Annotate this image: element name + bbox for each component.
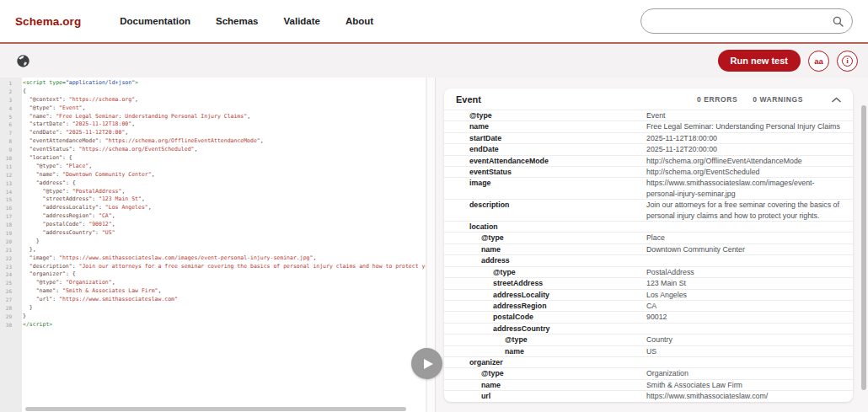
fetch-url-globe-icon[interactable] (13, 51, 32, 70)
property-value: Smith & Associates Law Firm (646, 380, 853, 390)
code-editor[interactable]: 1<script type="application/ld+json">2{3 … (0, 78, 426, 412)
property-name: @type (444, 368, 646, 378)
property-value (646, 357, 853, 367)
table-row[interactable]: nameDowntown Community Center (444, 243, 853, 254)
table-row[interactable]: eventStatushttp://schema.org/EventSchedu… (444, 166, 853, 177)
property-name: name (444, 121, 646, 131)
code-text: } (17, 304, 33, 313)
code-line: 23 "description": "Join our attorneys fo… (0, 263, 426, 271)
code-line: 25 "@type": "Organization", (0, 279, 426, 287)
table-row[interactable]: addressLocalityLos Angeles (444, 289, 853, 300)
vertical-scrollbar[interactable] (861, 105, 866, 390)
search-input[interactable] (653, 16, 833, 26)
nav-validate[interactable]: Validate (284, 16, 320, 26)
table-row[interactable]: @typePlace (444, 232, 853, 243)
code-text: "endDate": "2025-11-12T20:00", (17, 129, 128, 137)
table-row[interactable]: startDate2025-11-12T18:00:00 (444, 132, 853, 143)
table-row[interactable]: addressRegionCA (444, 300, 853, 311)
collapse-chevron-icon[interactable] (832, 97, 841, 103)
run-new-test-button[interactable]: Run new test (718, 50, 801, 72)
table-row[interactable]: postalCode90012 (444, 311, 853, 322)
code-text: }, (17, 246, 36, 254)
horizontal-scrollbar[interactable] (25, 407, 406, 411)
result-card-header[interactable]: Event 0 ERRORS 0 WARNINGS (444, 88, 853, 110)
table-row[interactable]: @typeEvent (444, 110, 853, 120)
property-value: Place (646, 233, 853, 243)
info-button[interactable]: i (837, 51, 858, 72)
table-row[interactable]: imagehttps://www.smithassociateslaw.com/… (444, 177, 853, 199)
code-line: 28 } (0, 304, 426, 313)
nav-documentation[interactable]: Documentation (120, 16, 190, 26)
translate-icon: aa (814, 56, 823, 66)
line-number: 16 (0, 204, 17, 212)
property-name: @type (444, 334, 646, 345)
table-row[interactable]: @typeCountry (444, 334, 853, 345)
property-name: location (444, 222, 646, 232)
code-line: 2{ (0, 88, 426, 96)
property-name: @type (444, 233, 646, 243)
property-name: @type (444, 267, 646, 277)
schema-org-logo[interactable]: Schema.org (15, 15, 81, 28)
property-value: 123 Main St (646, 278, 853, 288)
table-row[interactable]: eventAttendanceModehttp://schema.org/Off… (444, 155, 853, 166)
translate-button[interactable]: aa (808, 51, 829, 72)
play-icon (424, 359, 433, 369)
line-number: 3 (0, 96, 17, 104)
line-number: 14 (0, 188, 17, 196)
table-row[interactable]: organizer (444, 356, 853, 367)
line-number: 26 (0, 287, 17, 296)
code-line: 24 "organizer": { (0, 270, 426, 279)
table-row[interactable]: streetAddress123 Main St (444, 277, 853, 288)
line-number: 23 (0, 263, 17, 271)
code-text: <script type="application/ld+json"> (17, 79, 138, 88)
property-name: url (444, 391, 646, 401)
table-row[interactable]: descriptionJoin our attorneys for a free… (444, 199, 853, 221)
code-line: 9 "eventStatus": "https://schema.org/Eve… (0, 146, 426, 154)
code-text: "streetAddress": "123 Main St", (17, 195, 145, 204)
search-box[interactable] (640, 8, 853, 34)
property-name: endDate (444, 144, 646, 154)
code-text: "@context": "https://schema.org", (17, 96, 138, 104)
table-row[interactable]: endDate2025-11-12T20:00:00 (444, 143, 853, 154)
code-line: 27 "url": "https://www.smithassociatesla… (0, 296, 426, 304)
code-text: "@type": "PostalAddress", (17, 188, 125, 196)
table-row[interactable]: addressCountry (444, 323, 853, 334)
code-line: 16 "addressLocality": "Los Angeles", (0, 204, 426, 212)
table-row[interactable]: urlhttps://www.smithassociateslaw.com/ (444, 390, 853, 401)
code-line: 8 "eventAttendanceMode": "https://schema… (0, 137, 426, 146)
property-name: eventAttendanceMode (444, 156, 646, 166)
table-row[interactable]: address (444, 254, 853, 265)
table-row[interactable]: nameFree Legal Seminar: Understanding Pe… (444, 120, 853, 131)
line-number: 7 (0, 129, 17, 137)
table-row[interactable]: @typeOrganization (444, 367, 853, 378)
code-line: 15 "streetAddress": "123 Main St", (0, 195, 426, 204)
counts: 0 ERRORS 0 WARNINGS (697, 95, 841, 104)
property-value: Los Angeles (646, 290, 853, 300)
property-table: @typeEventnameFree Legal Seminar: Unders… (444, 110, 853, 402)
line-number: 19 (0, 229, 17, 238)
table-row[interactable]: nameUS (444, 345, 853, 356)
nav-schemas[interactable]: Schemas (216, 16, 259, 26)
line-number: 4 (0, 104, 17, 113)
code-line: 21 }, (0, 246, 426, 254)
code-line: 12 "name": "Downtown Community Center", (0, 171, 426, 179)
property-value: CA (646, 301, 853, 311)
property-name: streetAddress (444, 278, 646, 288)
table-row[interactable]: @typePostalAddress (444, 266, 853, 277)
property-value: http://schema.org/EventScheduled (646, 167, 853, 177)
code-text: "url": "https://www.smithassociateslaw.c… (17, 296, 178, 304)
main-split: 1<script type="application/ld+json">2{3 … (0, 78, 868, 412)
code-text: "addressLocality": "Los Angeles", (17, 204, 152, 212)
line-number: 27 (0, 296, 17, 304)
line-number: 18 (0, 221, 17, 229)
property-value: https://www.smithassociateslaw.com/image… (646, 178, 853, 199)
property-value: 2025-11-12T18:00:00 (646, 133, 853, 143)
line-number: 9 (0, 146, 17, 154)
table-row[interactable]: nameSmith & Associates Law Firm (444, 379, 853, 390)
search-icon[interactable] (833, 16, 844, 27)
property-value: Downtown Community Center (646, 244, 853, 254)
expand-panel-button[interactable] (411, 348, 442, 379)
nav-about[interactable]: About (346, 16, 373, 26)
property-name: postalCode (444, 312, 646, 322)
table-row[interactable]: location (444, 221, 853, 232)
